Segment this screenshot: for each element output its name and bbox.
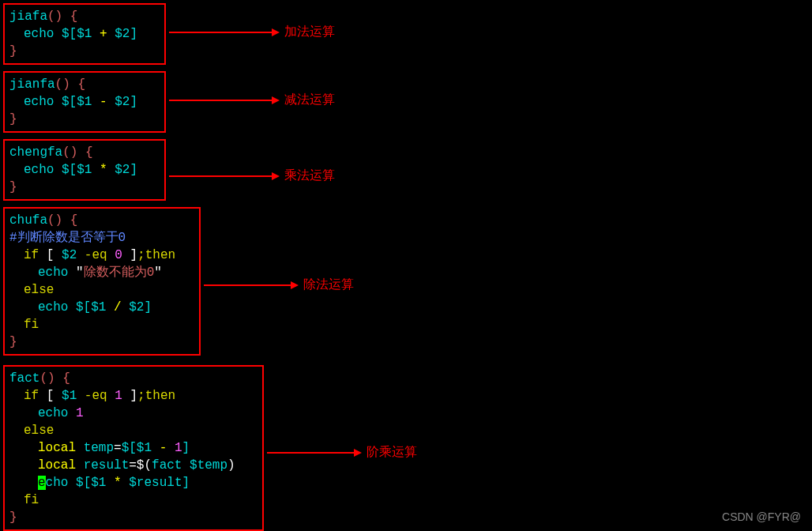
- annotation-label: 加法运算: [284, 24, 335, 40]
- code-block-jiafa: jiafa() { echo $[$1 + $2] }: [3, 3, 166, 65]
- code-line: }: [9, 43, 160, 60]
- code-line: }: [9, 111, 160, 128]
- annotation-label: 减法运算: [284, 92, 335, 108]
- code-block-chufa: chufa() { #判断除数是否等于0 if [ $2 -eq 0 ];the…: [3, 207, 201, 356]
- code-line: echo $[$1 * $2]: [9, 161, 160, 179]
- code-block-chengfa: chengfa() { echo $[$1 * $2] }: [3, 139, 166, 201]
- code-line: chufa() {: [9, 212, 194, 229]
- code-line: fi: [9, 316, 194, 333]
- code-line: echo "除数不能为0": [9, 264, 194, 281]
- code-line: jiafa() {: [9, 8, 160, 25]
- code-line: chengfa() {: [9, 144, 160, 161]
- arrow-head-icon: [272, 96, 280, 104]
- code-block-jianfa: jianfa() { echo $[$1 - $2] }: [3, 71, 166, 133]
- code-line: jianfa() {: [9, 76, 160, 93]
- code-line: if [ $1 -eq 1 ];then: [9, 387, 258, 405]
- watermark-text: CSDN @FYR@: [722, 510, 801, 523]
- code-line: #判断除数是否等于0: [9, 229, 194, 247]
- code-line: echo $[$1 / $2]: [9, 299, 194, 316]
- annotation-label: 阶乘运算: [367, 444, 417, 461]
- func-name: chufa: [9, 213, 47, 228]
- arrow-line: [204, 284, 291, 286]
- func-name: jianfa: [9, 77, 55, 92]
- code-line: local result=$(fact $temp): [9, 457, 258, 474]
- code-line: fi: [9, 491, 258, 509]
- arrow-line: [267, 452, 354, 454]
- code-line: fact() {: [9, 370, 258, 387]
- code-line: echo $[$1 - $2]: [9, 93, 160, 111]
- code-line: echo $[$1 + $2]: [9, 25, 160, 43]
- arrow-head-icon: [272, 172, 280, 180]
- comment-text: #判断除数是否等于0: [9, 231, 126, 245]
- code-line: local temp=$[$1 - 1]: [9, 439, 258, 457]
- code-line: }: [9, 179, 160, 196]
- code-line: if [ $2 -eq 0 ];then: [9, 247, 194, 264]
- annotation-label: 乘法运算: [284, 168, 335, 184]
- cursor-icon: e: [38, 476, 46, 490]
- arrow-line: [169, 100, 272, 101]
- arrow-line: [169, 175, 272, 177]
- code-block-fact: fact() { if [ $1 -eq 1 ];then echo 1 els…: [3, 365, 264, 531]
- func-name: jiafa: [9, 9, 47, 24]
- arrow-head-icon: [272, 28, 280, 36]
- code-line: }: [9, 509, 258, 526]
- arrow-line: [169, 32, 272, 33]
- arrow-head-icon: [354, 449, 362, 457]
- code-line: else: [9, 281, 194, 299]
- annotation-label: 除法运算: [303, 277, 354, 293]
- func-name: fact: [9, 371, 39, 386]
- code-line: else: [9, 422, 258, 439]
- code-line: }: [9, 333, 194, 351]
- code-line: echo 1: [9, 405, 258, 422]
- arrow-head-icon: [291, 281, 299, 289]
- code-line: echo $[$1 * $result]: [9, 474, 258, 491]
- func-name: chengfa: [9, 145, 62, 160]
